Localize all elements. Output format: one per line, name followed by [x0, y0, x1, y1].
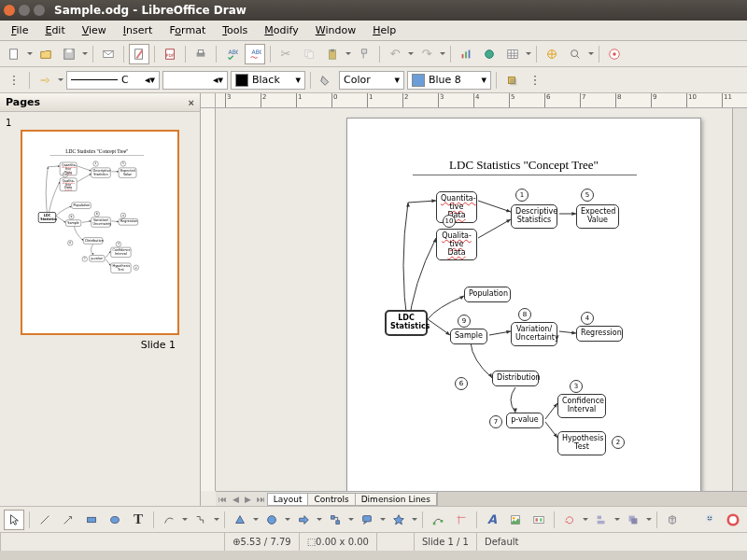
- menu-file[interactable]: File: [4, 22, 35, 38]
- zoom-button[interactable]: [565, 44, 585, 64]
- rectangle-tool[interactable]: [81, 510, 102, 530]
- callout-tool[interactable]: [357, 510, 377, 530]
- line-width-select[interactable]: ◂▾: [162, 71, 228, 90]
- close-panel-icon[interactable]: ×: [189, 97, 194, 108]
- symbol-shapes-dropdown[interactable]: [285, 510, 290, 530]
- block-arrows-tool[interactable]: [293, 510, 314, 530]
- tab-nav-next-icon[interactable]: ▶: [242, 495, 254, 504]
- node-qual[interactable]: Qualita-tive Data: [60, 178, 77, 191]
- line-tool[interactable]: [35, 510, 55, 530]
- star-dropdown[interactable]: [412, 510, 417, 530]
- tab-nav-last-icon[interactable]: ⏭: [254, 495, 268, 504]
- redo-button[interactable]: ↷: [416, 44, 437, 64]
- node-samp[interactable]: Sample: [450, 329, 487, 344]
- chart-button[interactable]: [456, 44, 476, 64]
- node-pval[interactable]: p-value: [506, 413, 543, 428]
- node-pval[interactable]: p-value: [89, 255, 105, 261]
- close-window-icon[interactable]: [4, 5, 15, 16]
- auto-spell-button[interactable]: ABC: [245, 44, 265, 64]
- area-fill-button[interactable]: [316, 70, 336, 91]
- node-dist[interactable]: Distribution: [83, 237, 103, 244]
- edit-points-tool[interactable]: [428, 510, 448, 530]
- select-tool[interactable]: [4, 510, 24, 530]
- flowchart-dropdown[interactable]: [348, 510, 354, 530]
- table-dropdown[interactable]: [526, 44, 531, 64]
- shadow-button[interactable]: [501, 70, 522, 91]
- paste-button[interactable]: [322, 44, 343, 64]
- node-desc[interactable]: DescriptiveStatistics: [511, 204, 557, 229]
- node-root[interactable]: LDCStatistics: [385, 310, 428, 336]
- star-tool[interactable]: [388, 510, 409, 530]
- rotate-dropdown[interactable]: [583, 510, 588, 530]
- line-color-select[interactable]: Black ▾: [231, 71, 305, 90]
- menu-format[interactable]: Format: [162, 22, 213, 38]
- arrange-tool[interactable]: [623, 510, 643, 530]
- assistant-icon[interactable]: [699, 510, 720, 530]
- vertical-scrollbar[interactable]: [732, 108, 747, 491]
- node-dist[interactable]: Distribution: [492, 371, 539, 386]
- align-dropdown[interactable]: [614, 510, 620, 530]
- drawing-canvas[interactable]: LDC Statistics "Concept Tree"LDCStatisti…: [216, 108, 747, 491]
- menu-insert[interactable]: Insert: [116, 22, 161, 38]
- node-reg[interactable]: Regression: [576, 326, 623, 342]
- spell-check-button[interactable]: ABC: [221, 44, 242, 64]
- node-conf[interactable]: ConfidenceInterval: [111, 247, 132, 258]
- node-exp[interactable]: ExpectedValue: [576, 204, 619, 229]
- basic-shapes-tool[interactable]: [230, 510, 250, 530]
- cut-button[interactable]: ✂: [275, 44, 296, 64]
- arrow-style-dropdown[interactable]: [58, 70, 63, 91]
- node-desc[interactable]: DescriptiveStatistics: [92, 168, 111, 178]
- tab-layout[interactable]: Layout: [267, 493, 309, 506]
- arrow-line-tool[interactable]: [58, 510, 78, 530]
- hyperlink-button[interactable]: [479, 44, 500, 64]
- block-arrows-dropdown[interactable]: [317, 510, 322, 530]
- fontwork-tool[interactable]: A: [482, 510, 502, 530]
- connector-tool[interactable]: [190, 510, 211, 530]
- print-button[interactable]: [190, 44, 211, 64]
- horizontal-scrollbar[interactable]: [437, 492, 747, 506]
- node-hyp[interactable]: HypothesisTest: [111, 263, 132, 273]
- extrusion-tool[interactable]: [662, 510, 683, 530]
- node-hyp[interactable]: HypothesisTest: [557, 431, 606, 455]
- arrange-dropdown[interactable]: [646, 510, 652, 530]
- node-pop[interactable]: Population: [464, 287, 511, 302]
- callout-dropdown[interactable]: [380, 510, 386, 530]
- node-qual[interactable]: Qualita-tive Data: [436, 229, 477, 260]
- edit-file-button[interactable]: [129, 44, 149, 64]
- help-button[interactable]: [604, 44, 625, 64]
- gallery-tool[interactable]: [529, 510, 549, 530]
- connector-dropdown[interactable]: [214, 510, 219, 530]
- menu-modify[interactable]: Modify: [257, 22, 305, 38]
- rotate-tool[interactable]: [559, 510, 580, 530]
- menu-help[interactable]: Help: [365, 22, 403, 38]
- text-tool[interactable]: T: [128, 510, 148, 530]
- tab-nav-first-icon[interactable]: ⏮: [216, 495, 230, 504]
- curve-dropdown[interactable]: [182, 510, 188, 530]
- export-pdf-button[interactable]: PDF: [160, 44, 180, 64]
- curve-tool[interactable]: [159, 510, 179, 530]
- navigator-button[interactable]: [542, 44, 562, 64]
- node-reg[interactable]: Regression: [119, 218, 138, 225]
- node-samp[interactable]: Sample: [65, 220, 81, 227]
- arrow-style-button[interactable]: [35, 70, 55, 91]
- line-style-select[interactable]: C ◂▾: [66, 71, 160, 90]
- undo-button[interactable]: ↶: [385, 44, 405, 64]
- node-conf[interactable]: ConfidenceInterval: [557, 394, 606, 418]
- minimize-window-icon[interactable]: [19, 5, 30, 16]
- format-paint-button[interactable]: [354, 44, 374, 64]
- copy-button[interactable]: [299, 44, 319, 64]
- tab-nav-prev-icon[interactable]: ◀: [230, 495, 242, 504]
- menu-window[interactable]: Window: [308, 22, 363, 38]
- tab-controls[interactable]: Controls: [307, 493, 355, 506]
- ellipse-tool[interactable]: [105, 510, 125, 530]
- undo-dropdown[interactable]: [408, 44, 414, 64]
- node-var[interactable]: Variation/Uncertainty: [92, 217, 111, 228]
- symbol-shapes-tool[interactable]: [261, 510, 282, 530]
- node-pop[interactable]: Population: [72, 203, 92, 209]
- from-file-tool[interactable]: [505, 510, 526, 530]
- zoom-dropdown[interactable]: [588, 44, 594, 64]
- lifesaver-icon[interactable]: [723, 510, 743, 530]
- fill-color-select[interactable]: Blue 8 ▾: [407, 71, 491, 90]
- maximize-window-icon[interactable]: [34, 5, 45, 16]
- menu-edit[interactable]: Edit: [37, 22, 72, 38]
